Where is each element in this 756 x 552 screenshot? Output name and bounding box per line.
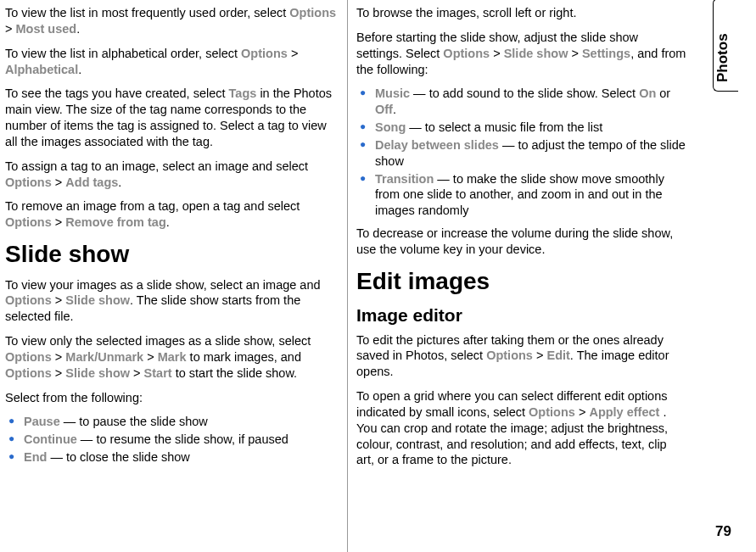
side-tab: Photos	[713, 0, 738, 92]
heading-image-editor: Image editor	[356, 304, 687, 326]
paragraph: To edit the pictures after taking them o…	[356, 332, 687, 381]
paragraph: To decrease or increase the volume durin…	[356, 226, 687, 258]
menu-option: Options	[289, 6, 336, 20]
column-right: To browse the images, scroll left or rig…	[348, 0, 696, 552]
column-left: To view the list in most frequently used…	[0, 0, 348, 552]
list-item: Pause — to pause the slide show	[5, 414, 339, 430]
list-item: Song — to select a music file from the l…	[356, 120, 687, 136]
paragraph: To view your images as a slide show, sel…	[5, 277, 339, 326]
page-number: 79	[715, 523, 731, 540]
paragraph: To assign a tag to an image, select an i…	[5, 159, 339, 191]
paragraph: To see the tags you have created, select…	[5, 86, 339, 149]
list-item: Transition — to make the slide show move…	[356, 171, 687, 220]
paragraph: To view the list in most frequently used…	[5, 5, 339, 37]
list-item: End — to close the slide show	[5, 449, 339, 466]
paragraph: To browse the images, scroll left or rig…	[356, 5, 687, 21]
paragraph: To view only the selected images as a sl…	[5, 333, 339, 382]
side-tab-label: Photos	[714, 33, 731, 82]
bullet-list: Pause — to pause the slide show Continue…	[5, 414, 339, 466]
paragraph: To view the list in alphabetical order, …	[5, 46, 339, 78]
list-item: Music — to add sound to the slide show. …	[356, 86, 687, 118]
paragraph: Select from the following:	[5, 390, 339, 406]
paragraph: To remove an image from a tag, open a ta…	[5, 198, 339, 231]
heading-slide-show: Slide show	[5, 239, 339, 270]
heading-edit-images: Edit images	[356, 266, 687, 297]
list-item: Delay between slides — to adjust the tem…	[356, 137, 687, 170]
menu-option: Most used	[16, 22, 77, 36]
paragraph: Before starting the slide show, adjust t…	[356, 30, 687, 78]
list-item: Continue — to resume the slide show, if …	[5, 432, 339, 448]
paragraph: To open a grid where you can select diff…	[356, 388, 687, 468]
page: To view the list in most frequently used…	[0, 0, 756, 552]
bullet-list: Music — to add sound to the slide show. …	[356, 86, 687, 219]
side-tab-area: Photos 79	[696, 0, 738, 552]
